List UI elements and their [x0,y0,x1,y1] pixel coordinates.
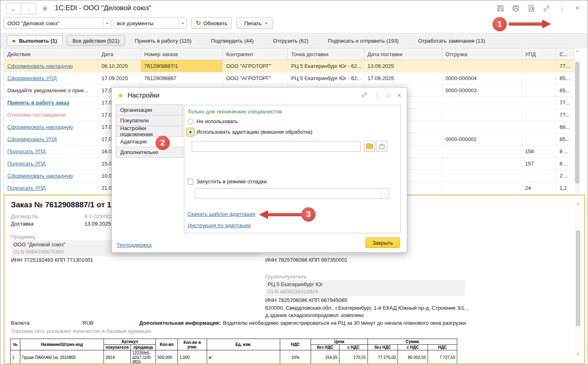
column-header-delivery-point[interactable]: Точка доставки [288,48,364,60]
debug-path-input[interactable]: ... [195,188,389,199]
play-icon: ▶ [13,38,16,43]
item-num: 1 [11,350,20,365]
cell-counterparty: ООО "АГРОТОРГ" [223,72,288,85]
items-col-sum-vat: НДС [428,345,457,350]
column-header-shipment[interactable]: Отгрузка [442,48,522,60]
dialog-titlebar[interactable]: ★ Настройки ⋮ □ × [112,87,407,104]
column-header-delivery-date[interactable]: Дата поставки [364,48,442,60]
close-dialog-button[interactable]: Закрыть [365,237,400,248]
items-col-sum: Сумма [368,339,457,345]
scrollbar-thumb[interactable] [576,230,580,326]
bulk-action-button[interactable]: Подтвердить (44) [211,38,253,44]
column-header-date[interactable]: Дата [98,48,141,60]
save-icon[interactable] [497,4,504,12]
documents-filter-select[interactable]: все документы ▼ [113,17,187,29]
items-col-unit: Ед. изм. [207,339,280,350]
bulk-action-button[interactable]: Принять в работу (115) [135,38,191,44]
item-qty: 500,000 [156,350,177,365]
preview-icon[interactable] [527,4,535,12]
adaptation-path-input[interactable] [192,141,361,152]
dialog-tab[interactable]: Покупатели [116,115,183,126]
link-icon[interactable] [543,4,550,12]
download-template-link[interactable]: Скачать шаблон адаптации [188,211,255,217]
items-col-qty: Кол-во [156,339,177,350]
adaptation-instruction-link[interactable]: Инструкция по адаптации [188,222,251,228]
action-link[interactable]: Сформировать накладную [7,173,73,179]
radio-icon[interactable] [188,129,193,135]
scrollbar-thumb[interactable] [575,62,579,184]
action-link[interactable]: Подписать УПД [7,148,45,154]
debug-mode-checkbox[interactable]: Запустить в режиме отладки [188,178,267,185]
favorite-star-icon[interactable]: ★ [41,4,49,13]
dialog-more-icon[interactable]: ⋮ [374,92,380,99]
action-link[interactable]: Сформировать накладную [7,63,73,69]
dialog-link-icon[interactable] [361,92,368,99]
contract-label: Договор № [11,213,38,219]
consignee-address-line1: 620000, Свердловская обл., г.Екатеринбур… [265,304,469,312]
scroll-up-icon[interactable]: ▲ [575,50,580,52]
action-link[interactable]: Отклонен поставщиком [7,112,65,118]
action-link[interactable]: Подписать УПД [7,185,45,191]
column-header-sum[interactable]: С... [556,48,574,60]
organization-select[interactable]: ООО "Деловой союз" ▼ [4,17,111,29]
dialog-tab[interactable]: Настройки подключения [116,126,183,137]
annotation-step-2: 2 [156,136,170,150]
back-button[interactable]: ← [6,3,21,14]
cell-delivery-date: 13.09.2025 [364,60,442,72]
radio-icon[interactable] [188,119,193,124]
column-header-order-no[interactable]: Номер заказа [141,48,223,60]
dialog-star-icon[interactable]: ★ [117,91,124,100]
chevron-down-icon[interactable]: ▼ [179,18,186,28]
dialog-tab[interactable]: Дополнительно [116,147,183,158]
action-link[interactable]: Принять в работу заказ [7,100,69,106]
column-header-upd[interactable]: УПД [522,48,556,60]
action-link[interactable]: Ожидайте уведомление о прие... [7,87,88,93]
organization-select-value: ООО "Деловой союз" [4,20,103,26]
more-menu-icon[interactable]: ⋮ [558,4,566,12]
dialog-tab-label: Настройки подключения [120,125,179,137]
bulk-action-button[interactable]: Подписать и отправить (193) [328,38,399,44]
extra-info-label: Дополнительная информация: [139,320,220,326]
dialog-tab[interactable]: Организации [116,104,183,115]
dialog-tab[interactable]: Адаптация [116,136,184,147]
cell-sum: 77... [556,97,574,109]
bulk-action-button[interactable]: Отработать замечания (13) [418,38,485,44]
scroll-down-icon[interactable]: ▼ [575,353,581,356]
consignee-address: 620000, Свердловская обл., г.Екатеринбур… [265,304,469,319]
forward-button[interactable]: → [21,3,36,14]
seller-label: Продавец [11,234,35,240]
execute-button[interactable]: ▶ Выполнить (1) [7,35,63,46]
support-link[interactable]: Техподдержка [117,242,151,248]
action-link[interactable]: Сформировать накладную [7,124,73,130]
open-file-button[interactable]: ↑ [364,141,375,152]
action-link[interactable]: Подписать УПД [7,161,45,167]
browse-ellipsis-button[interactable]: ... [381,189,388,198]
table-row[interactable]: Сформировать накладную 06.10.2025 761290… [4,60,580,72]
radio-use-adaptation[interactable]: Использовать адаптацию (внешняя обработк… [188,129,312,135]
bulk-action-button[interactable]: Отгрузить (62) [273,38,309,44]
table-row[interactable]: Сформировать УПД 17.09.2025 76129098887 … [4,72,580,85]
print-icon[interactable] [512,4,519,12]
dialog-maximize-icon[interactable]: □ [387,92,390,99]
column-header-counterparty[interactable]: Контрагент [223,48,288,60]
dialog-tabs: Организации Покупатели Настройки подключ… [116,105,183,158]
refresh-button[interactable]: ↻ Обновить [191,17,232,29]
delivery-value: 13.09.2025 0 [84,221,115,227]
chevron-down-icon[interactable]: ▼ [103,18,111,28]
save-file-button[interactable] [376,141,387,152]
dialog-close-icon[interactable]: × [398,92,401,99]
close-icon[interactable]: × [574,4,581,12]
radio-not-use[interactable]: Не использовать [188,118,238,124]
column-header-action[interactable]: Действие [4,48,98,60]
scroll-up-icon[interactable]: ▲ [575,202,581,205]
checkbox-icon[interactable] [188,179,193,185]
panel-scrollbar[interactable]: ▲ ▼ [575,201,581,356]
action-link[interactable]: Сформировать УПД [7,75,57,81]
print-button[interactable]: Печать ▼ [236,17,273,29]
orders-table-header: Действие Дата Номер заказа Контрагент То… [4,48,580,60]
refresh-label: Обновить [203,20,227,26]
action-link[interactable]: Сформировать УПД [7,136,57,142]
orders-scrollbar[interactable]: ▲ [575,60,580,195]
cell-sum: 2 ... [556,170,574,182]
all-actions-button[interactable]: Все действия (521) [67,35,125,46]
